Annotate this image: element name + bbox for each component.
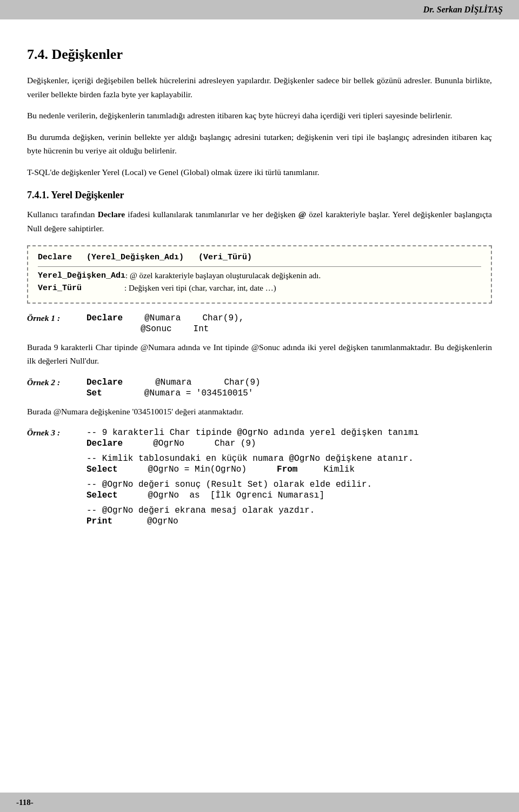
example-1-prose: Burada 9 karakterli Char tipinde @Numara… — [27, 340, 492, 368]
param-row-2: Veri_Türü : Değişken veri tipi (char, va… — [38, 284, 481, 293]
example-3-spacer-2 — [86, 475, 419, 480]
example-3-code: -- 9 karakterli Char tipinde @OgrNo adın… — [86, 428, 419, 527]
page-container: Dr. Serkan DİŞLİTAŞ 7.4. Değişkenler Değ… — [0, 0, 519, 812]
example-3: Örnek 3 : -- 9 karakterli Char tipinde @… — [27, 428, 492, 527]
intro-paragraph-2: Bu nedenle verilerin, değişkenlerin tanı… — [27, 109, 492, 123]
code-box-declare-line: Declare (Yerel_Değişken_Adı) (Veri_Türü) — [38, 253, 481, 262]
example-3-comment-4: -- @OgrNo değeri ekrana mesaj olarak yaz… — [86, 506, 419, 515]
top-header: Dr. Serkan DİŞLİTAŞ — [0, 0, 519, 19]
example-3-line-3: Select @OgrNo as [İlk Ogrenci Numarası] — [86, 491, 419, 500]
header-title: Dr. Serkan DİŞLİTAŞ — [423, 5, 503, 15]
example-1-code: Declare @Numara Char(9), @Sonuc Int — [86, 313, 244, 335]
example-2: Örnek 2 : Declare @Numara Char(9) Set @N… — [27, 378, 492, 399]
page-number: -118- — [16, 798, 34, 807]
example-2-label: Örnek 2 : — [27, 378, 86, 387]
example-3-comment-1: -- 9 karakterli Char tipinde @OgrNo adın… — [86, 428, 419, 438]
example-3-line-4: Print @OgrNo — [86, 516, 419, 526]
example-1-line-1: Declare @Numara Char(9), — [86, 313, 244, 323]
param-row-1: Yerel_Değişken_Adı : @ özel karakteriyle… — [38, 271, 481, 280]
code-box-divider — [38, 266, 481, 267]
example-2-code: Declare @Numara Char(9) Set @Numara = '0… — [86, 378, 261, 399]
example-3-spacer-1 — [86, 449, 419, 454]
intro-paragraph-3: Bu durumda değişken, verinin bellekte ye… — [27, 130, 492, 158]
section-title: Değişkenler — [52, 46, 123, 62]
bottom-footer: -118- — [0, 793, 519, 812]
example-1-line-2: @Sonuc Int — [86, 324, 244, 334]
example-3-spacer-3 — [86, 501, 419, 506]
section-heading: 7.4. Değişkenler — [27, 46, 492, 63]
example-3-line-2: Select @OgrNo = Min(OgrNo) From Kimlik — [86, 465, 419, 474]
example-3-comment-2: -- Kimlik tablosundaki en küçük numara @… — [86, 454, 419, 464]
intro-paragraph-1: Değişkenler, içeriği değişebilen bellek … — [27, 73, 492, 101]
main-content: 7.4. Değişkenler Değişkenler, içeriği de… — [0, 19, 519, 576]
intro-paragraph-4: T-SQL'de değişkenler Yerel (Local) ve Ge… — [27, 165, 492, 179]
example-2-prose: Burada @Numara değişkenine '034510015' d… — [27, 405, 492, 419]
example-3-comment-3: -- @OgrNo değeri sonuç (Result Set) olar… — [86, 480, 419, 489]
example-2-line-1: Declare @Numara Char(9) — [86, 378, 261, 387]
subsection-intro: Kullanıcı tarafından Declare ifadesi kul… — [27, 207, 492, 235]
example-1-label: Örnek 1 : — [27, 313, 86, 323]
example-3-label: Örnek 3 : — [27, 428, 86, 438]
subsection-title: Yerel Değişkenler — [51, 190, 124, 200]
section-number: 7.4. — [27, 46, 48, 62]
subsection-number: 7.4.1. — [27, 190, 49, 200]
example-1: Örnek 1 : Declare @Numara Char(9), @Sonu… — [27, 313, 492, 335]
example-2-line-2: Set @Numara = '034510015' — [86, 388, 261, 398]
example-3-line-1: Declare @OgrNo Char (9) — [86, 439, 419, 448]
code-box: Declare (Yerel_Değişken_Adı) (Veri_Türü)… — [27, 245, 492, 304]
subsection-heading: 7.4.1. Yerel Değişkenler — [27, 190, 492, 201]
